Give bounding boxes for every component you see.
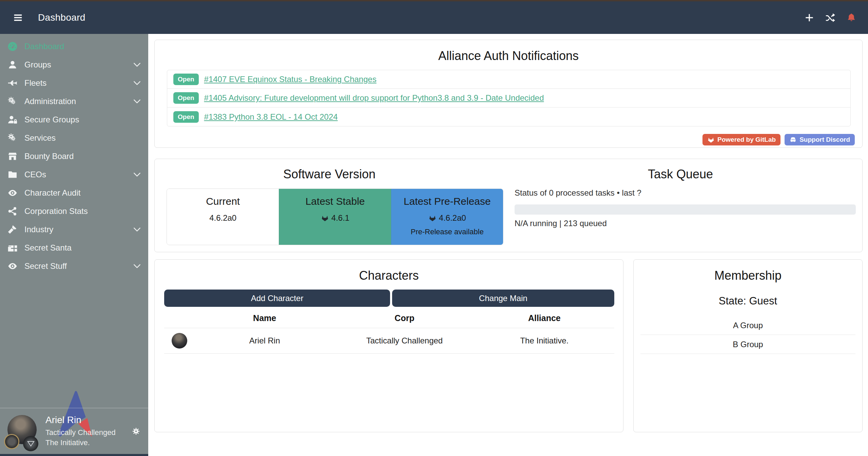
chevron-down-icon — [133, 79, 141, 87]
add-character-button[interactable]: Add Character — [164, 290, 390, 307]
corp-logo-badge — [4, 434, 19, 449]
sidebar-item-label: Character Audit — [24, 188, 80, 198]
sidebar-item-label: Secret Stuff — [24, 261, 67, 271]
notifications-list: Open #1407 EVE Equinox Status - Breaking… — [167, 70, 851, 126]
chevron-down-icon — [133, 262, 141, 271]
top-navbar: Dashboard — [0, 1, 868, 34]
notifications-panel: Alliance Auth Notifications Open #1407 E… — [154, 40, 863, 148]
group-row: B Group — [640, 335, 855, 354]
characters-table: Name Corp Alliance Ariel Rin Tactically … — [164, 313, 614, 354]
column-header-name: Name — [195, 313, 334, 323]
sidebar-item[interactable]: CEOs — [0, 165, 148, 184]
characters-title: Characters — [155, 269, 623, 283]
status-badge: Open — [173, 74, 199, 85]
sidebar-item-label: Administration — [24, 97, 76, 106]
sidebar-item[interactable]: Character Audit — [0, 184, 148, 202]
notification-link[interactable]: #1405 Advisory: Future development will … — [204, 93, 544, 103]
sidebar-item[interactable]: Industry — [0, 220, 148, 239]
sidebar-item[interactable]: Services — [0, 129, 148, 147]
hammer-icon — [7, 224, 18, 235]
gauge-icon — [7, 41, 18, 52]
shuffle-icon[interactable] — [825, 13, 835, 23]
notifications-title: Alliance Auth Notifications — [155, 49, 862, 63]
character-avatar — [172, 333, 187, 349]
footer-badge-label: Support Discord — [799, 136, 850, 143]
membership-panel: Membership State: Guest A Group B Group — [633, 259, 863, 432]
characters-buttons: Add Character Change Main — [164, 290, 614, 307]
sidebar-item[interactable]: Corporation Stats — [0, 202, 148, 220]
status-badge: Open — [173, 111, 199, 123]
alliance-logo-badge — [23, 436, 38, 451]
sidebar-bottom-strip — [0, 454, 148, 456]
gears-icon — [7, 96, 18, 106]
notification-link[interactable]: #1407 EVE Equinox Status - Breaking Chan… — [204, 75, 377, 84]
task-progress-bar — [515, 204, 856, 215]
sidebar-item-label: CEOs — [24, 170, 46, 179]
sidebar-item[interactable]: Secret Santa — [0, 239, 148, 257]
sidebar-menu: Dashboard Groups Fleets Administration — [0, 34, 148, 275]
column-header-alliance: Alliance — [475, 313, 614, 323]
eye-icon — [7, 188, 18, 198]
sidebar-item[interactable]: Dashboard — [0, 37, 148, 56]
bell-icon[interactable] — [846, 13, 856, 23]
notifications-footer: Powered by GitLab Support Discord — [702, 134, 855, 145]
sidebar-item[interactable]: Secret Stuff — [0, 257, 148, 275]
footer-badge-link[interactable]: Support Discord — [785, 134, 855, 145]
column-header-corp: Corp — [334, 313, 474, 323]
cell-alliance: The Initiative. — [475, 336, 614, 345]
sidebar-item[interactable]: Fleets — [0, 74, 148, 92]
version-number: 4.6.2a0 — [391, 213, 503, 223]
gitlab-icon — [707, 136, 715, 143]
sidebar-item[interactable]: Secure Groups — [0, 111, 148, 129]
sidebar-item[interactable]: Groups — [0, 56, 148, 74]
shop-icon — [7, 151, 18, 161]
gears-icon — [7, 133, 18, 143]
notification-item: Open #1383 Python 3.8 EOL - 14 Oct 2024 — [167, 107, 850, 126]
membership-state: State: Guest — [634, 295, 862, 307]
change-main-button[interactable]: Change Main — [392, 290, 614, 307]
sidebar-user-panel: Ariel Rin Tactically Challenged The Init… — [0, 408, 148, 454]
gear-icon[interactable] — [131, 426, 141, 437]
footer-badge-label: Powered by GitLab — [717, 136, 776, 143]
group-row: A Group — [640, 316, 855, 335]
share-icon — [7, 206, 18, 216]
cell-name: Ariel Rin — [195, 336, 334, 345]
user-avatar — [7, 414, 38, 448]
chevron-down-icon — [133, 60, 141, 69]
cell-corp: Tactically Challenged — [334, 336, 474, 345]
chevron-down-icon — [133, 97, 141, 106]
plus-icon[interactable] — [804, 13, 814, 23]
sidebar-item-label: Corporation Stats — [24, 206, 88, 216]
task-queue-counts: N/A running | 213 queued — [515, 219, 607, 228]
page-title: Dashboard — [38, 12, 85, 23]
membership-title: Membership — [634, 269, 862, 283]
notification-item: Open #1407 EVE Equinox Status - Breaking… — [167, 70, 850, 89]
sidebar-item[interactable]: Bounty Board — [0, 147, 148, 165]
table-row: Ariel Rin Tactically Challenged The Init… — [164, 328, 614, 354]
sidebar-item-label: Groups — [24, 60, 51, 70]
task-queue-title: Task Queue — [506, 167, 855, 181]
version-cell: Current 4.6.2a0 — [167, 189, 279, 245]
bars-icon[interactable] — [12, 13, 24, 23]
version-number: 4.6.1 — [279, 213, 391, 223]
folder-icon — [7, 170, 18, 180]
footer-badge-link[interactable]: Powered by GitLab — [702, 134, 780, 145]
version-cell-name: Latest Pre-Release — [391, 196, 503, 207]
software-version-panel: Software Version Task Queue Current 4.6.… — [154, 159, 863, 252]
user-name: Ariel Rin — [45, 415, 116, 425]
user-icon — [7, 60, 18, 70]
navbar-actions — [804, 13, 856, 23]
version-cell: Latest Stable 4.6.1 — [279, 189, 391, 245]
version-number: 4.6.2a0 — [167, 213, 279, 223]
version-comparison-box: Current 4.6.2a0 Latest Stable 4.6.1 — [167, 189, 503, 245]
gitlab-icon — [428, 214, 437, 222]
gitlab-icon — [321, 214, 329, 222]
main-content: Alliance Auth Notifications Open #1407 E… — [148, 34, 868, 456]
sidebar-item-label: Dashboard — [24, 42, 64, 51]
sidebar-item-label: Secret Santa — [24, 243, 72, 253]
sidebar-item[interactable]: Administration — [0, 92, 148, 111]
membership-groups: A Group B Group — [634, 316, 862, 354]
eye-icon — [7, 261, 18, 271]
notification-link[interactable]: #1383 Python 3.8 EOL - 14 Oct 2024 — [204, 112, 338, 122]
chevron-down-icon — [133, 170, 141, 179]
